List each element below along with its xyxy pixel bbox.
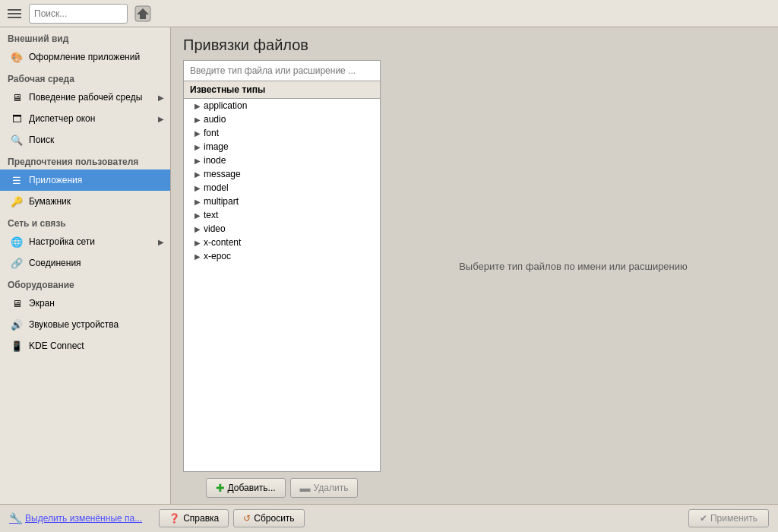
- main-layout: Внешний вид🎨Оформление приложенийРабочая…: [0, 27, 778, 504]
- network-icon: 🌐: [9, 234, 24, 249]
- sidebar-item-window-manager[interactable]: 🗖Диспетчер окон▶: [0, 108, 170, 129]
- type-search-container[interactable]: [184, 61, 380, 81]
- type-item-image[interactable]: ▶image: [184, 140, 380, 154]
- image-label: image: [204, 141, 229, 152]
- multipart-expand-icon: ▶: [194, 198, 201, 206]
- search-label: Поиск: [29, 135, 164, 145]
- x-content-expand-icon: ▶: [194, 239, 201, 247]
- kde-connect-label: KDE Connect: [29, 340, 164, 351]
- right-panel: Выберите тип файлов по имени или расшире…: [381, 60, 766, 472]
- changes-icon: 🔧: [9, 512, 22, 524]
- remove-icon: ▬: [300, 482, 311, 494]
- types-list: ▶application▶audio▶font▶image▶inode▶mess…: [184, 99, 380, 471]
- empty-state-text: Выберите тип файлов по имени или расшире…: [459, 261, 688, 272]
- type-item-inode[interactable]: ▶inode: [184, 154, 380, 167]
- appearance-label: Оформление приложений: [29, 52, 164, 62]
- sidebar-item-search[interactable]: 🔍Поиск: [0, 129, 170, 150]
- type-item-multipart[interactable]: ▶multipart: [184, 195, 380, 208]
- type-item-model[interactable]: ▶model: [184, 181, 380, 195]
- type-item-text[interactable]: ▶text: [184, 208, 380, 222]
- type-search-input[interactable]: [184, 61, 380, 81]
- search-icon: 🔍: [9, 132, 24, 147]
- sidebar-item-appearance[interactable]: 🎨Оформление приложений: [0, 46, 170, 68]
- message-expand-icon: ▶: [194, 170, 201, 179]
- type-item-video[interactable]: ▶video: [184, 222, 380, 236]
- sidebar-item-notepad[interactable]: 🔑Бумажник: [0, 191, 170, 212]
- help-icon: ❓: [169, 513, 180, 524]
- notepad-label: Бумажник: [29, 196, 164, 207]
- sidebar-section-title: Предпочтения пользователя: [0, 150, 170, 169]
- top-search-box[interactable]: [29, 4, 128, 24]
- font-label: font: [204, 128, 219, 138]
- workspace-behavior-label: Поведение рабочей среды: [29, 92, 153, 103]
- sidebar-item-display[interactable]: 🖥Экран: [0, 293, 170, 314]
- page-title: Привязки файлов: [171, 27, 778, 60]
- panel-container: Известные типы ▶application▶audio▶font▶i…: [171, 60, 778, 472]
- sidebar-item-network[interactable]: 🌐Настройка сети▶: [0, 231, 170, 252]
- multipart-label: multipart: [204, 196, 239, 207]
- display-icon: 🖥: [9, 296, 24, 311]
- content-area: Привязки файлов Известные типы ▶applicat…: [171, 27, 778, 504]
- inode-expand-icon: ▶: [194, 157, 201, 165]
- type-item-message[interactable]: ▶message: [184, 167, 380, 181]
- window-manager-arrow-icon: ▶: [158, 115, 164, 123]
- known-types-header: Известные типы: [184, 81, 380, 99]
- menu-button[interactable]: [5, 6, 24, 21]
- remove-button[interactable]: ▬ Удалить: [290, 478, 359, 498]
- audio-label: Звуковые устройства: [29, 319, 164, 330]
- type-item-font[interactable]: ▶font: [184, 126, 380, 140]
- type-item-audio[interactable]: ▶audio: [184, 112, 380, 126]
- sidebar-section-title: Внешний вид: [0, 27, 170, 46]
- sidebar-item-applications[interactable]: ☰Приложения: [0, 169, 170, 191]
- application-label: application: [204, 100, 247, 111]
- reset-label: Сбросить: [254, 513, 294, 524]
- model-expand-icon: ▶: [194, 184, 201, 192]
- text-expand-icon: ▶: [194, 211, 201, 220]
- sidebar-item-audio[interactable]: 🔊Звуковые устройства: [0, 314, 170, 335]
- sidebar-section-title: Оборудование: [0, 274, 170, 293]
- sidebar-item-workspace-behavior[interactable]: 🖥Поведение рабочей среды▶: [0, 87, 170, 108]
- sidebar-item-connections[interactable]: 🔗Соединения: [0, 252, 170, 274]
- add-label: Добавить...: [228, 483, 276, 493]
- sidebar-item-kde-connect[interactable]: 📱KDE Connect: [0, 335, 170, 356]
- video-label: video: [204, 223, 226, 234]
- add-button[interactable]: ✚ Добавить...: [206, 478, 286, 498]
- top-search-input[interactable]: [34, 8, 122, 19]
- sidebar: Внешний вид🎨Оформление приложенийРабочая…: [0, 27, 171, 504]
- type-item-application[interactable]: ▶application: [184, 99, 380, 112]
- x-content-label: x-content: [204, 237, 241, 248]
- changes-link[interactable]: 🔧 Выделить изменённые па...: [9, 512, 142, 524]
- network-label: Настройка сети: [29, 236, 153, 247]
- window-manager-icon: 🗖: [9, 111, 24, 126]
- apply-button[interactable]: ✔ Применить: [688, 509, 769, 527]
- audio-label: audio: [204, 114, 226, 125]
- workspace-behavior-icon: 🖥: [9, 90, 24, 105]
- message-label: message: [204, 169, 241, 179]
- apply-label: Применить: [710, 513, 757, 524]
- home-button[interactable]: [132, 3, 153, 24]
- applications-icon: ☰: [9, 173, 24, 188]
- connections-icon: 🔗: [9, 255, 24, 271]
- applications-label: Приложения: [29, 175, 164, 185]
- add-icon: ✚: [216, 482, 225, 494]
- help-label: Справка: [183, 513, 219, 524]
- top-bar: [0, 0, 778, 27]
- inode-label: inode: [204, 155, 226, 166]
- display-label: Экран: [29, 298, 164, 309]
- type-item-x-epoc[interactable]: ▶x-epoc: [184, 249, 380, 263]
- footer-right: ✔ Применить: [688, 509, 769, 527]
- audio-icon: 🔊: [9, 317, 24, 332]
- text-label: text: [204, 210, 218, 220]
- bottom-action-bar: ✚ Добавить... ▬ Удалить: [171, 472, 778, 504]
- window-manager-label: Диспетчер окон: [29, 113, 153, 124]
- reset-icon: ↺: [243, 513, 251, 524]
- network-arrow-icon: ▶: [158, 238, 164, 246]
- help-button[interactable]: ❓ Справка: [159, 509, 229, 527]
- audio-expand-icon: ▶: [194, 116, 201, 124]
- image-expand-icon: ▶: [194, 143, 201, 151]
- appearance-icon: 🎨: [9, 49, 24, 65]
- reset-button[interactable]: ↺ Сбросить: [233, 509, 304, 527]
- video-expand-icon: ▶: [194, 225, 201, 233]
- type-item-x-content[interactable]: ▶x-content: [184, 236, 380, 249]
- sidebar-section-title: Сеть и связь: [0, 212, 170, 231]
